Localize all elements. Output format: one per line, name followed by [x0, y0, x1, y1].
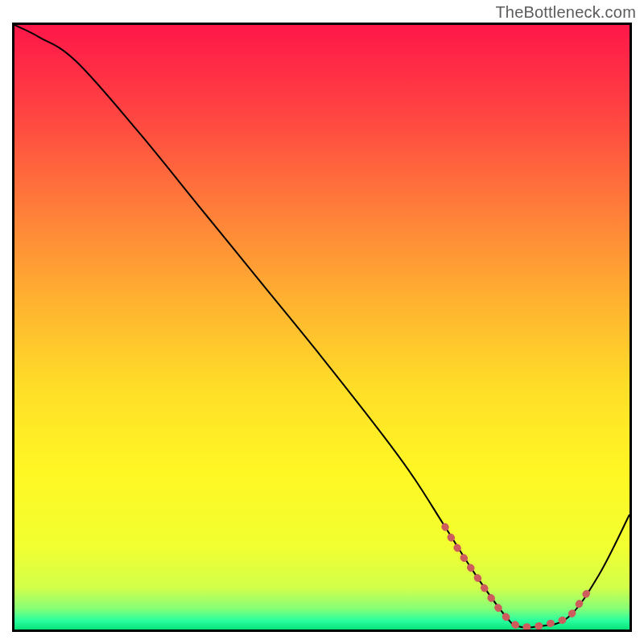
plot-area — [12, 23, 632, 632]
svg-rect-0 — [14, 25, 630, 630]
chart-svg — [14, 25, 630, 630]
watermark-text: TheBottleneck.com — [495, 3, 636, 22]
chart-wrapper: TheBottleneck.com — [0, 0, 644, 644]
